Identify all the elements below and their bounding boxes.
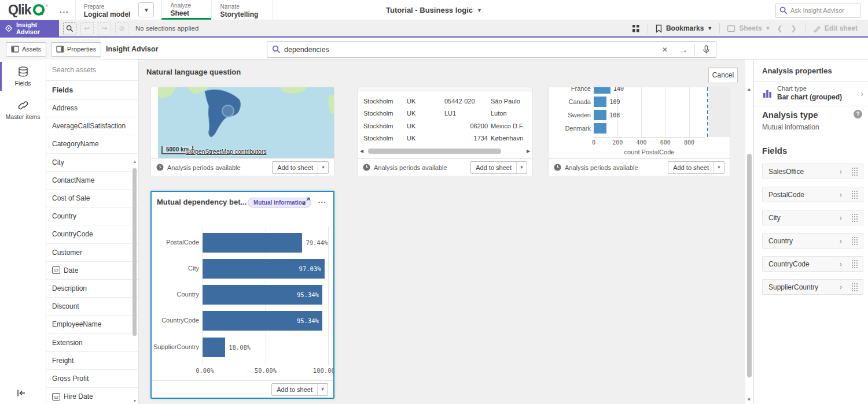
- add-to-sheet-button[interactable]: Add to sheet ▼: [470, 161, 527, 174]
- scroll-right-icon[interactable]: ▶: [524, 149, 532, 154]
- asset-list-item[interactable]: Cost of Sale: [46, 190, 138, 207]
- drag-handle-icon[interactable]: [851, 283, 858, 291]
- help-icon[interactable]: ?: [854, 110, 862, 118]
- tab-prepare[interactable]: Prepare Logical model: [75, 0, 139, 20]
- add-to-sheet-button[interactable]: Add to sheet ▼: [272, 161, 329, 174]
- assets-scrollbar[interactable]: ▲ ▼: [132, 159, 138, 404]
- more-menu-button[interactable]: ...: [54, 0, 75, 20]
- osm-attribution-link[interactable]: ©OpenStreetMap contributors: [186, 148, 267, 155]
- bookmarks-button[interactable]: Bookmarks ▼: [653, 24, 715, 33]
- asset-list-item[interactable]: Address: [46, 99, 138, 117]
- scroll-up-icon[interactable]: ▲: [132, 159, 138, 165]
- properties-panel-button[interactable]: Properties: [51, 42, 101, 57]
- sheets-button[interactable]: Sheets ▼: [724, 24, 773, 32]
- bar[interactable]: [594, 97, 606, 107]
- chevron-down-icon[interactable]: ▼: [138, 2, 154, 17]
- add-to-sheet-button[interactable]: Add to sheet ▼: [668, 161, 724, 174]
- asset-list-item[interactable]: Extension: [46, 333, 138, 351]
- chevron-right-icon[interactable]: ›: [840, 283, 842, 291]
- asset-list-item[interactable]: AverageCallSatisfaction: [46, 117, 138, 135]
- scroll-down-icon[interactable]: ▼: [745, 397, 753, 404]
- collapse-panel-icon[interactable]: [15, 387, 28, 399]
- analysis-field-row[interactable]: City›: [762, 210, 863, 225]
- step-forward-icon[interactable]: ↪: [98, 22, 111, 35]
- analysis-field-row[interactable]: PostalCode›: [762, 187, 863, 202]
- show-charts-button[interactable]: [629, 24, 643, 33]
- asset-list-item[interactable]: Customer: [46, 244, 138, 262]
- asset-list-item[interactable]: CategoryName: [46, 135, 138, 153]
- scrollbar-thumb[interactable]: [133, 168, 137, 336]
- rail-item-master-items[interactable]: Master items: [0, 93, 46, 127]
- next-sheet-button[interactable]: ❯: [787, 24, 801, 32]
- asset-list-item[interactable]: Discount: [46, 298, 138, 316]
- analysis-field-row[interactable]: SupplierCountry›: [762, 279, 863, 295]
- bar[interactable]: [594, 123, 606, 134]
- drag-handle-icon[interactable]: [851, 190, 858, 199]
- table-chart-card[interactable]: StockholmUK05442-020São PauloStockholmUK…: [357, 87, 533, 176]
- add-to-sheet-button[interactable]: Add to sheet ▼: [271, 383, 328, 396]
- table-row[interactable]: StockholmUK05442-020São Paulo: [358, 95, 532, 108]
- rail-item-fields[interactable]: Fields: [0, 60, 46, 93]
- asset-list-item[interactable]: CountryCode: [46, 225, 138, 243]
- mutual-dependency-chart-card[interactable]: Mutual dependency bet... Mutual informat…: [150, 191, 334, 399]
- asset-list-item[interactable]: Description: [46, 280, 138, 298]
- analysis-field-row[interactable]: CountryCode›: [762, 256, 863, 272]
- asset-list-item[interactable]: 12Date: [46, 262, 138, 280]
- edit-sheet-button[interactable]: Edit sheet: [811, 24, 860, 32]
- step-back-icon[interactable]: ↩: [80, 22, 94, 35]
- asset-list-item[interactable]: City: [46, 154, 138, 172]
- scroll-down-icon[interactable]: ▼: [132, 398, 138, 404]
- drag-handle-icon[interactable]: [851, 167, 858, 176]
- chart-type-row[interactable]: Chart type Bar chart (grouped) ›: [754, 82, 868, 106]
- submit-search-icon[interactable]: →: [676, 42, 691, 57]
- scrollbar-thumb[interactable]: [368, 149, 501, 154]
- tab-narrate[interactable]: Narrate Storytelling: [211, 0, 273, 20]
- drag-handle-icon[interactable]: [851, 213, 858, 222]
- insight-advisor-button[interactable]: Insight Advisor: [0, 20, 59, 36]
- search-assets-input[interactable]: [46, 60, 138, 81]
- table-row[interactable]: StockholmUKLU1Luton: [358, 108, 532, 120]
- chevron-right-icon[interactable]: ›: [840, 236, 842, 245]
- main-scrollbar[interactable]: ▲ ▼: [745, 87, 753, 404]
- drag-handle-icon[interactable]: [851, 236, 858, 245]
- scrollbar-track[interactable]: [366, 149, 524, 154]
- asset-list-item[interactable]: Country: [46, 207, 138, 225]
- chevron-down-icon[interactable]: ▼: [317, 384, 328, 395]
- previous-sheet-button[interactable]: ❮: [773, 24, 787, 32]
- chevron-down-icon[interactable]: ▼: [318, 162, 328, 173]
- clear-search-icon[interactable]: ✕: [657, 42, 672, 57]
- bar[interactable]: [203, 233, 302, 253]
- analysis-field-row[interactable]: SalesOffice›: [762, 164, 863, 179]
- app-title-menu[interactable]: Tutorial - Business logic ▼: [386, 0, 482, 20]
- asset-list-item[interactable]: Freight: [46, 352, 138, 370]
- bar[interactable]: [594, 87, 610, 94]
- chevron-right-icon[interactable]: ›: [840, 190, 842, 199]
- more-options-icon[interactable]: ...: [316, 194, 329, 207]
- expand-icon[interactable]: [301, 197, 312, 207]
- asset-list-item[interactable]: Gross Profit: [46, 370, 138, 388]
- chevron-right-icon[interactable]: ›: [840, 213, 842, 222]
- scrollbar-thumb[interactable]: [747, 154, 752, 377]
- chevron-right-icon[interactable]: ›: [840, 260, 842, 268]
- ask-insight-advisor-input[interactable]: [790, 7, 856, 14]
- table-row[interactable]: StockholmUK1734København: [358, 132, 532, 145]
- table-horizontal-scrollbar[interactable]: ◀ ▶: [358, 145, 532, 157]
- chevron-right-icon[interactable]: ›: [840, 167, 842, 176]
- bar[interactable]: [203, 338, 225, 357]
- smart-search-icon[interactable]: [63, 22, 76, 35]
- asset-list-item[interactable]: 12Hire Date: [46, 388, 138, 404]
- asset-list-item[interactable]: ContactName: [46, 172, 138, 190]
- cancel-button[interactable]: Cancel: [708, 67, 738, 83]
- scroll-left-icon[interactable]: ◀: [358, 149, 366, 154]
- drag-handle-icon[interactable]: [851, 260, 858, 268]
- chevron-down-icon[interactable]: ▼: [516, 162, 527, 173]
- bar-chart-card-count-postalcode[interactable]: France140Canada109Sweden108Denmark 02004…: [548, 87, 730, 176]
- asset-list-item[interactable]: EmployeeName: [46, 316, 138, 333]
- scroll-up-icon[interactable]: ▲: [745, 87, 753, 94]
- qlik-logo[interactable]: Qlik ®: [0, 0, 54, 20]
- map-chart-card[interactable]: 5000 km ©OpenStreetMap contributors Anal…: [150, 87, 334, 176]
- map-visualization[interactable]: 5000 km ©OpenStreetMap contributors: [158, 87, 334, 158]
- table-row[interactable]: StockholmUK06200México D.F.: [358, 120, 532, 132]
- analysis-field-row[interactable]: Country›: [762, 233, 863, 249]
- clear-selections-icon[interactable]: ⊘: [115, 22, 128, 35]
